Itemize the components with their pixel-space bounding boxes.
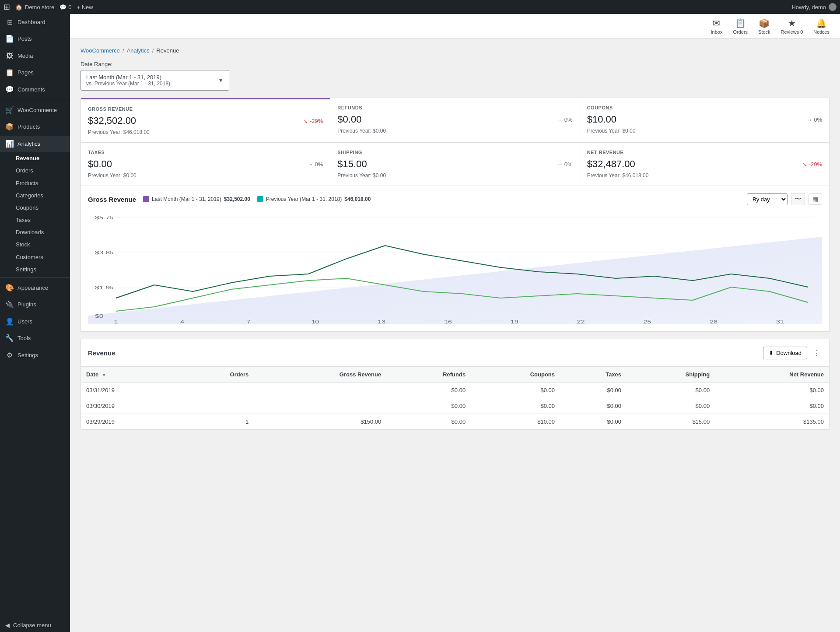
sidebar-item-users[interactable]: 👤 Users [0,313,70,330]
col-gross-revenue[interactable]: Gross Revenue [254,367,386,383]
site-name[interactable]: 🏠 Demo store [15,4,54,11]
stat-card-net-revenue[interactable]: NET REVENUE $32,487.00 ↘ -29% Previous Y… [580,143,829,186]
stat-change-net: ↘ -29% [802,161,822,168]
sidebar-divider-2 [0,277,70,278]
toolbar-notices[interactable]: 🔔 Notices [813,18,830,35]
main-content: ✉ Inbox 📋 Orders 📦 Stock ★ Reviews 0 🔔 N… [70,14,840,632]
col-refunds[interactable]: Refunds [386,367,471,383]
sidebar-item-downloads[interactable]: Downloads [16,226,70,239]
col-net-revenue[interactable]: Net Revenue [715,367,829,383]
sidebar-item-coupons[interactable]: Coupons [16,202,70,214]
sidebar-item-posts[interactable]: 📄 Posts [0,31,70,47]
sidebar-item-analytics[interactable]: 📊 Analytics [0,136,70,152]
breadcrumb-analytics[interactable]: Analytics [127,47,150,54]
row-2-coupons: $0.00 [471,398,560,414]
line-chart-button[interactable]: 〜 [791,193,805,205]
howdy-label: Howdy, demo [791,3,836,11]
sidebar-item-settings[interactable]: ⚙ Settings [0,347,70,364]
top-toolbar: ✉ Inbox 📋 Orders 📦 Stock ★ Reviews 0 🔔 N… [70,14,840,39]
breadcrumb-sep-1: / [122,47,124,54]
sidebar-item-comments[interactable]: 💬 Comments [0,81,70,98]
stat-value-refunds: $0.00 [337,114,361,125]
products-icon: 📦 [5,122,14,132]
toolbar-stock[interactable]: 📦 Stock [758,18,770,35]
sidebar-item-dashboard[interactable]: ⊞ Dashboard [0,14,70,31]
analytics-icon: 📊 [5,139,14,149]
reviews-icon: ★ [788,18,796,28]
notices-icon: 🔔 [816,18,827,28]
by-day-select[interactable]: By day By week By month [747,193,788,205]
row-2-refunds: $0.00 [386,398,471,414]
house-icon: 🏠 [15,4,22,11]
sidebar-item-stock[interactable]: Stock [16,239,70,251]
comments-icon: 💬 [5,85,14,95]
download-button[interactable]: ⬇ Download [763,347,807,359]
more-options-button[interactable]: ⋮ [811,346,822,359]
plugins-icon: 🔌 [5,300,14,309]
date-range-select[interactable]: Last Month (Mar 1 - 31, 2019) vs. Previo… [80,70,229,91]
legend-checkbox-previous[interactable] [257,196,263,202]
stat-change-shipping: → 0% [557,161,572,168]
stat-card-shipping[interactable]: SHIPPING $15.00 → 0% Previous Year: $0.0… [330,143,580,186]
stat-card-taxes[interactable]: TAXES $0.00 → 0% Previous Year: $0.00 [81,143,330,186]
toolbar-inbox[interactable]: ✉ Inbox [711,18,723,35]
stats-row-1: GROSS REVENUE $32,502.00 ↘ -29% Previous… [80,98,830,143]
toolbar-reviews[interactable]: ★ Reviews 0 [781,18,803,35]
collapse-menu-button[interactable]: ◀ Collapse menu [0,618,70,632]
new-item-button[interactable]: + New [77,4,93,11]
users-icon: 👤 [5,317,14,327]
x-label-4: 4 [180,320,185,324]
row-1-shipping: $0.00 [626,383,715,398]
col-orders[interactable]: Orders [180,367,254,383]
sidebar-item-pages[interactable]: 📋 Pages [0,64,70,81]
sidebar-item-categories[interactable]: Categories [16,190,70,202]
legend-checkbox-current[interactable] [143,196,149,202]
table-row: 03/29/2019 1 $150.00 $0.00 $10.00 $0.00 … [81,414,829,430]
stat-value-shipping: $15.00 [337,158,367,170]
stat-card-refunds[interactable]: REFUNDS $0.00 → 0% Previous Year: $0.00 [330,98,580,142]
sidebar-item-products-sub[interactable]: Products [16,177,70,190]
chart-legend-previous: Previous Year (Mar 1 - 31, 2018) $46,018… [257,196,371,202]
sidebar-item-plugins[interactable]: 🔌 Plugins [0,296,70,313]
breadcrumb-woocommerce[interactable]: WooCommerce [80,47,120,54]
row-1-taxes: $0.00 [560,383,626,398]
sidebar-item-revenue[interactable]: Revenue [16,152,70,165]
sidebar-item-appearance[interactable]: 🎨 Appearance [0,280,70,296]
chart-header: Gross Revenue Last Month (Mar 1 - 31, 20… [88,193,822,205]
chart-area: $5.7k $3.8k $1.9k $0 1 [88,211,822,324]
y-label-0: $0 [95,313,104,319]
date-range-label: Date Range: [80,61,830,67]
sidebar-item-woocommerce[interactable]: 🛒 WooCommerce [0,102,70,119]
wp-logo-icon[interactable]: ⊞ [4,2,10,12]
col-date[interactable]: Date ▼ [81,367,180,383]
stat-change-refunds: → 0% [557,116,572,123]
table-container: Date ▼ Orders Gross Revenue Refunds Coup… [81,367,829,429]
analytics-submenu: Revenue Orders Products Categories Coupo… [0,152,70,276]
col-shipping[interactable]: Shipping [626,367,715,383]
toolbar-orders[interactable]: 📋 Orders [733,18,748,35]
sidebar-item-products[interactable]: 📦 Products [0,119,70,135]
download-icon: ⬇ [769,350,774,356]
col-coupons[interactable]: Coupons [471,367,560,383]
x-label-16: 16 [444,320,452,324]
comments-link[interactable]: 💬 0 [60,4,71,11]
sidebar-item-settings-sub[interactable]: Settings [16,263,70,276]
chart-bg-area [88,237,822,324]
chart-section: Gross Revenue Last Month (Mar 1 - 31, 20… [80,186,830,332]
table-row: 03/30/2019 $0.00 $0.00 $0.00 $0.00 $0.00 [81,398,829,414]
sidebar-item-tools[interactable]: 🔧 Tools [0,330,70,347]
col-taxes[interactable]: Taxes [560,367,626,383]
sidebar-item-orders[interactable]: Orders [16,165,70,177]
admin-bar-left: ⊞ 🏠 Demo store 💬 0 + New [4,2,93,12]
sidebar-item-taxes[interactable]: Taxes [16,214,70,226]
x-label-1: 1 [114,320,118,324]
sidebar-item-customers[interactable]: Customers [16,251,70,263]
stat-card-coupons[interactable]: COUPONS $10.00 → 0% Previous Year: $0.00 [580,98,829,142]
bar-chart-button[interactable]: ▦ [808,193,822,205]
media-icon: 🖼 [5,51,14,61]
revenue-table: Date ▼ Orders Gross Revenue Refunds Coup… [81,367,829,429]
sidebar-item-media[interactable]: 🖼 Media [0,48,70,64]
stat-card-gross-revenue[interactable]: GROSS REVENUE $32,502.00 ↘ -29% Previous… [81,98,330,142]
stat-prev-shipping: Previous Year: $0.00 [337,172,572,179]
bubble-icon: 💬 [60,4,66,11]
